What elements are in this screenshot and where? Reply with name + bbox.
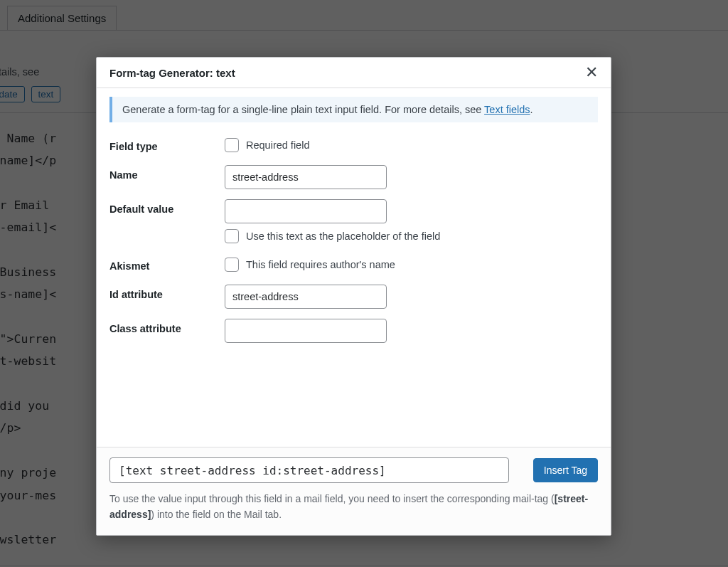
placeholder-option[interactable]: Use this text as the placeholder of the … bbox=[225, 229, 598, 243]
footer-help-post: ) into the field on the Mail tab. bbox=[151, 509, 282, 520]
info-box: Generate a form-tag for a single-line pl… bbox=[109, 97, 598, 122]
label-name: Name bbox=[109, 165, 225, 181]
label-class-attribute: Class attribute bbox=[109, 319, 225, 334]
row-default-value: Default value Use this text as the place… bbox=[109, 195, 598, 250]
akismet-checkbox[interactable] bbox=[225, 258, 239, 272]
class-attribute-input[interactable] bbox=[225, 319, 387, 343]
insert-tag-button[interactable]: Insert Tag bbox=[533, 458, 598, 482]
close-icon[interactable]: ✕ bbox=[584, 65, 599, 80]
id-attribute-input[interactable] bbox=[225, 285, 387, 309]
required-field-label: Required field bbox=[246, 139, 309, 151]
info-period: . bbox=[530, 104, 533, 115]
footer-help-text: To use the value input through this fiel… bbox=[109, 492, 598, 522]
required-field-checkbox[interactable] bbox=[225, 138, 239, 152]
akismet-option[interactable]: This field requires author's name bbox=[225, 258, 598, 272]
generated-tag-output[interactable] bbox=[109, 457, 509, 483]
label-field-type: Field type bbox=[109, 137, 225, 152]
modal-body: Generate a form-tag for a single-line pl… bbox=[97, 88, 611, 447]
label-default-value: Default value bbox=[109, 199, 225, 215]
row-field-type: Field type Required field bbox=[109, 132, 598, 159]
row-class-attribute: Class attribute bbox=[109, 314, 598, 347]
row-akismet: Akismet This field requires author's nam… bbox=[109, 252, 598, 279]
modal-title: Form-tag Generator: text bbox=[109, 67, 235, 79]
required-field-option[interactable]: Required field bbox=[225, 138, 598, 152]
label-akismet: Akismet bbox=[109, 256, 225, 272]
placeholder-checkbox-label: Use this text as the placeholder of the … bbox=[246, 230, 440, 242]
label-id-attribute: Id attribute bbox=[109, 285, 225, 300]
row-name: Name bbox=[109, 161, 598, 194]
info-text: Generate a form-tag for a single-line pl… bbox=[122, 104, 484, 115]
name-input[interactable] bbox=[225, 165, 387, 189]
akismet-checkbox-label: This field requires author's name bbox=[246, 259, 395, 270]
modal-spacer bbox=[109, 347, 598, 447]
default-value-input[interactable] bbox=[225, 199, 387, 223]
footer-help-pre: To use the value input through this fiel… bbox=[109, 493, 555, 504]
text-fields-link[interactable]: Text fields bbox=[484, 104, 530, 115]
footer-row: Insert Tag bbox=[109, 457, 598, 483]
modal-header: Form-tag Generator: text ✕ bbox=[97, 58, 611, 88]
modal-footer: Insert Tag To use the value input throug… bbox=[97, 447, 611, 535]
row-id-attribute: Id attribute bbox=[109, 280, 598, 313]
form-tag-generator-modal: Form-tag Generator: text ✕ Generate a fo… bbox=[96, 57, 611, 536]
placeholder-checkbox[interactable] bbox=[225, 229, 239, 243]
